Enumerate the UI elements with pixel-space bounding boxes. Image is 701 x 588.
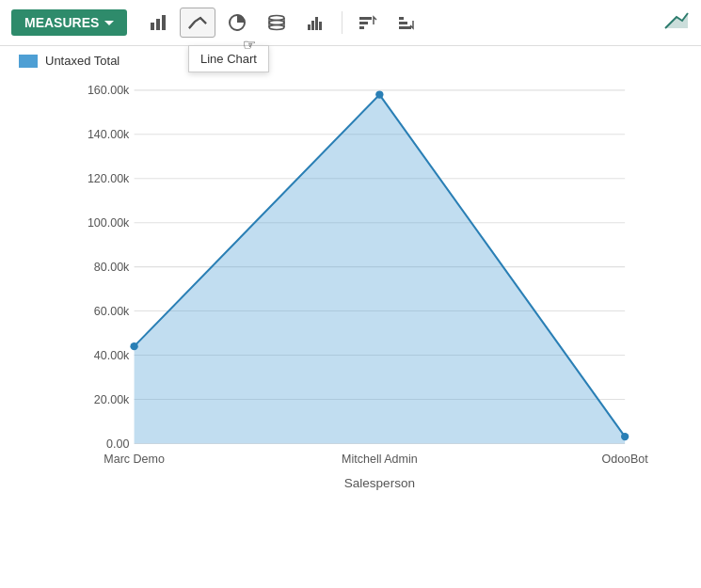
line-chart-tooltip: Line Chart <box>188 45 269 72</box>
area-chart-icon <box>663 8 690 34</box>
measures-caret <box>104 21 114 25</box>
data-point-mitchell <box>375 90 383 98</box>
y-label-100k: 100.00k <box>88 216 130 230</box>
data-point-marc <box>130 342 137 350</box>
y-label-60k: 60.00k <box>94 305 130 318</box>
svg-rect-13 <box>359 26 364 29</box>
sort-asc-button[interactable] <box>350 8 386 38</box>
svg-rect-17 <box>399 22 407 24</box>
line-chart-icon <box>188 13 207 32</box>
svg-rect-0 <box>151 23 154 30</box>
line-chart-svg: 0.00 20.00k 40.00k 60.00k 80.00k 100.00k… <box>75 77 645 496</box>
stack-chart-button[interactable] <box>259 8 295 38</box>
bar-chart2-button[interactable] <box>298 8 334 38</box>
stack-chart-icon <box>267 13 286 32</box>
y-label-20k: 20.00k <box>94 393 130 406</box>
svg-rect-2 <box>162 15 166 30</box>
toolbar: MEASURES <box>0 0 701 46</box>
x-label-marc: Marc Demo <box>104 453 165 466</box>
legend-color-swatch <box>19 55 38 68</box>
bar-chart-icon <box>149 13 167 32</box>
toolbar-separator <box>342 11 343 34</box>
svg-rect-14 <box>359 22 368 24</box>
y-label-0: 0.00 <box>106 437 129 451</box>
line-chart-button[interactable] <box>180 8 215 38</box>
data-point-odoobot <box>621 433 629 440</box>
measures-label: MEASURES <box>24 15 99 30</box>
right-icon-area <box>663 8 690 38</box>
sort-asc-icon <box>358 13 377 32</box>
svg-rect-1 <box>156 19 160 30</box>
pie-chart-button[interactable] <box>219 8 255 38</box>
svg-rect-12 <box>319 22 322 30</box>
bar-chart-button[interactable] <box>140 8 176 38</box>
y-label-40k: 40.00k <box>94 349 130 362</box>
chart-legend: Untaxed Total <box>0 46 701 68</box>
chart-area-fill <box>135 95 626 444</box>
tooltip-text: Line Chart <box>200 52 257 66</box>
sort-desc-icon <box>398 13 417 32</box>
svg-rect-15 <box>359 17 372 20</box>
legend-label: Untaxed Total <box>45 54 119 68</box>
svg-marker-19 <box>665 13 688 28</box>
svg-rect-9 <box>308 24 311 30</box>
y-label-80k: 80.00k <box>94 261 130 274</box>
x-label-mitchell: Mitchell Admin <box>342 453 418 466</box>
svg-point-6 <box>269 25 284 30</box>
y-label-120k: 120.00k <box>88 172 130 185</box>
sort-desc-button[interactable] <box>390 8 425 38</box>
chart-area: 0.00 20.00k 40.00k 60.00k 80.00k 100.00k… <box>0 68 701 552</box>
x-axis-title: Salesperson <box>344 476 415 490</box>
svg-rect-16 <box>399 26 411 29</box>
y-label-140k: 140.00k <box>88 128 130 141</box>
y-label-160k: 160.00k <box>88 84 130 97</box>
pie-chart-icon <box>228 13 247 32</box>
svg-rect-11 <box>315 17 318 30</box>
svg-rect-10 <box>311 21 314 30</box>
measures-button[interactable]: MEASURES <box>11 9 127 36</box>
x-label-odoobot: OdooBot <box>601 453 648 466</box>
bar-chart2-icon <box>307 13 326 32</box>
svg-rect-18 <box>399 17 404 20</box>
